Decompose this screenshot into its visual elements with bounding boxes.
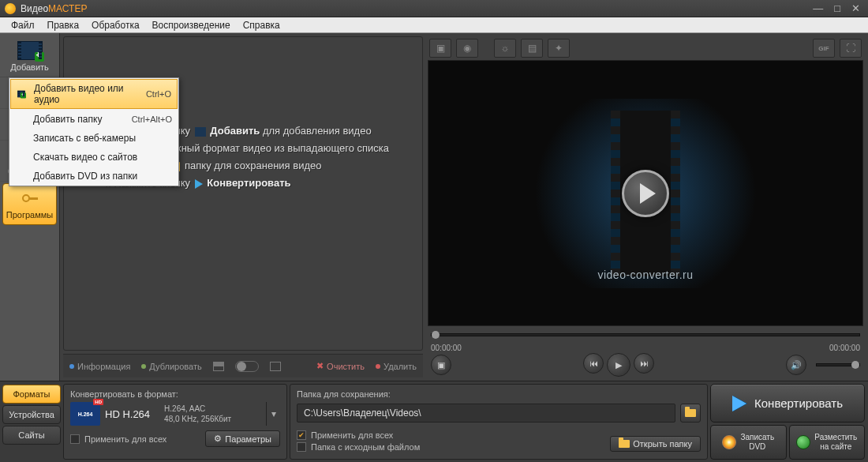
- format-box-title: Конвертировать в формат:: [70, 389, 280, 399]
- checkbox-icon: [70, 434, 80, 444]
- sun-icon: ☼: [501, 43, 510, 54]
- menu-edit[interactable]: Правка: [41, 18, 86, 32]
- programs-button-label: Программы: [6, 210, 53, 220]
- save-box: Папка для сохранения: C:\Users\Владелец\…: [290, 384, 708, 460]
- format-dropdown-arrow[interactable]: ▾: [266, 402, 280, 426]
- maximize-button[interactable]: □: [834, 2, 840, 14]
- folder-icon: [685, 409, 696, 417]
- save-path-input[interactable]: C:\Users\Владелец\Videos\: [297, 404, 675, 423]
- add-dropdown-menu: Добавить видео или аудио Ctrl+O Добавить…: [9, 77, 179, 186]
- fullscreen-icon: ⛶: [846, 43, 855, 54]
- convert-button[interactable]: Конвертировать: [710, 384, 865, 423]
- preview-panel: ▣ ◉ ☼ ▤ ✦ GIF ⛶ video-converter.ru 00:00…: [426, 33, 868, 381]
- save-apply-all-checkbox[interactable]: ✔ Применить для всех: [297, 430, 420, 440]
- app-logo-icon: [5, 3, 16, 14]
- play-button[interactable]: ▶: [607, 353, 630, 377]
- layout-toggle-b[interactable]: [235, 361, 259, 372]
- disc-icon: [722, 435, 736, 449]
- programs-button[interactable]: Программы: [2, 183, 57, 225]
- format-detail-audio: 48,0 KHz, 256Кбит: [164, 414, 231, 424]
- next-button[interactable]: ⏭: [634, 353, 654, 374]
- info-icon: [69, 364, 74, 369]
- save-box-title: Папка для сохранения:: [297, 389, 701, 399]
- duplicate-icon: [141, 364, 146, 369]
- format-apply-all-checkbox[interactable]: Применить для всех: [70, 434, 166, 444]
- monitor-icon: ▣: [437, 360, 445, 370]
- clear-button[interactable]: ✖Очистить: [316, 361, 365, 371]
- tab-formats[interactable]: Форматы: [2, 385, 61, 404]
- minimize-button[interactable]: —: [813, 2, 823, 14]
- clear-icon: ✖: [316, 361, 324, 371]
- convert-arrow-icon: [732, 396, 746, 411]
- brightness-button[interactable]: ☼: [494, 39, 516, 58]
- seek-slider[interactable]: [431, 333, 860, 336]
- layout-toggle-c[interactable]: [270, 362, 281, 371]
- action-box: Конвертировать ЗаписатьDVD Разместитьна …: [710, 384, 865, 460]
- format-selector[interactable]: H.264 HD HD H.264 H.264, AAC 48,0 KHz, 2…: [70, 402, 280, 426]
- output-tabs: Форматы Устройства Сайты: [0, 381, 63, 462]
- duplicate-button[interactable]: Дублировать: [141, 362, 201, 371]
- delete-icon: [376, 364, 380, 369]
- dd-add-dvd[interactable]: Добавить DVD из папки: [9, 167, 178, 186]
- info-button[interactable]: Информация: [69, 362, 130, 371]
- crop-button[interactable]: ▣: [429, 39, 451, 58]
- layout-toggle-a[interactable]: [213, 362, 224, 371]
- app-title-prefix: Видео: [21, 3, 48, 14]
- browse-folder-button[interactable]: [680, 404, 701, 423]
- play-arrow-icon: [195, 179, 203, 189]
- close-button[interactable]: ✕: [851, 2, 860, 14]
- chevron-down-icon: ▾: [271, 408, 276, 419]
- filmstrip-placeholder: [611, 111, 680, 276]
- prev-icon: ⏮: [589, 359, 598, 368]
- screenshot-button[interactable]: ▣: [431, 355, 451, 375]
- gif-icon: GIF: [818, 45, 829, 52]
- burn-dvd-button[interactable]: ЗаписатьDVD: [710, 425, 787, 460]
- parameters-button[interactable]: ⚙ Параметры: [205, 430, 280, 447]
- checkbox-icon: [297, 442, 306, 452]
- checkbox-checked-icon: ✔: [297, 430, 306, 440]
- speaker-icon: 🔊: [791, 360, 802, 370]
- open-folder-button[interactable]: Открыть папку: [610, 436, 701, 452]
- gif-button[interactable]: GIF: [813, 39, 835, 58]
- camera-icon: ◉: [463, 43, 471, 54]
- volume-slider[interactable]: [816, 363, 860, 366]
- effects-button[interactable]: ▤: [521, 39, 543, 58]
- snapshot-button[interactable]: ◉: [456, 39, 478, 58]
- dd-add-video-audio[interactable]: Добавить видео или аудио Ctrl+O: [10, 79, 178, 109]
- brand-watermark: video-converter.ru: [597, 269, 693, 281]
- format-box: Конвертировать в формат: H.264 HD HD H.2…: [63, 384, 287, 460]
- dd-download-web[interactable]: Скачать видео с сайтов: [9, 148, 178, 167]
- tab-devices[interactable]: Устройства: [2, 405, 61, 424]
- menu-help[interactable]: Справка: [237, 18, 286, 32]
- toggle-icon: [235, 361, 259, 372]
- time-total: 00:00:00: [829, 344, 860, 352]
- runner-icon: ✦: [555, 43, 563, 54]
- dd-record-webcam[interactable]: Записать с веб-камеры: [9, 129, 178, 148]
- tab-sites[interactable]: Сайты: [2, 426, 61, 445]
- delete-button[interactable]: Удалить: [376, 362, 417, 371]
- speed-button[interactable]: ✦: [548, 39, 570, 58]
- prev-button[interactable]: ⏮: [583, 353, 604, 374]
- menubar: Файл Правка Обработка Воспроизведение Сп…: [0, 17, 868, 33]
- menu-process[interactable]: Обработка: [85, 18, 146, 32]
- fx-icon: ▤: [528, 43, 537, 54]
- format-codec-icon: H.264 HD: [70, 402, 100, 426]
- menu-file[interactable]: Файл: [5, 18, 41, 32]
- video-preview[interactable]: video-converter.ru: [428, 60, 863, 326]
- app-title-suffix: МАСТЕР: [48, 3, 87, 14]
- dd-add-folder[interactable]: Добавить папку Ctrl+Alt+O: [9, 110, 178, 129]
- film-add-icon: [17, 41, 43, 60]
- folder-icon: [619, 440, 630, 448]
- volume-button[interactable]: 🔊: [786, 355, 806, 375]
- crop-icon: ▣: [436, 43, 445, 54]
- same-folder-checkbox[interactable]: Папка с исходным файлом: [297, 442, 420, 452]
- time-current: 00:00:00: [431, 344, 462, 352]
- play-icon: ▶: [615, 360, 622, 370]
- format-detail-codec: H.264, AAC: [164, 404, 231, 414]
- content-toolbar: Информация Дублировать ✖Очистить Удалить: [63, 354, 423, 377]
- publish-button[interactable]: Разместитьна сайте: [789, 425, 866, 460]
- gear-icon: ⚙: [214, 434, 222, 444]
- add-button[interactable]: Добавить: [0, 36, 59, 77]
- fullscreen-button[interactable]: ⛶: [840, 39, 862, 58]
- menu-playback[interactable]: Воспроизведение: [146, 18, 237, 32]
